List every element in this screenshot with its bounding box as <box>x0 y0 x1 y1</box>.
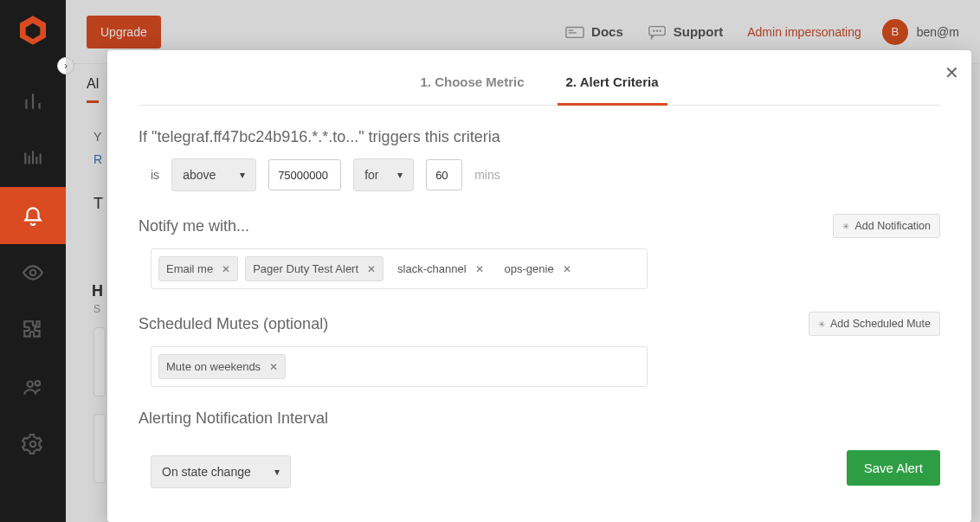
svg-point-11 <box>28 382 34 388</box>
close-icon[interactable]: ✕ <box>367 263 376 275</box>
notification-chip: ops-genie ✕ <box>498 256 578 281</box>
criteria-row: is above for mins <box>151 158 940 191</box>
left-sidebar <box>0 0 66 522</box>
step-alert-criteria[interactable]: 2. Alert Criteria <box>558 68 667 106</box>
mute-chip: Mute on weekends ✕ <box>158 354 286 379</box>
mutes-heading: Scheduled Mutes (optional) <box>139 315 328 333</box>
chip-label: ops-genie <box>505 262 554 275</box>
add-notification-button[interactable]: Add Notification <box>833 214 940 238</box>
nav-metrics-icon[interactable] <box>0 130 66 187</box>
app-logo <box>15 12 51 48</box>
mutes-container[interactable]: Mute on weekends ✕ <box>151 346 648 387</box>
nav-integrations-icon[interactable] <box>0 301 66 358</box>
close-icon[interactable]: ✕ <box>222 263 230 275</box>
close-icon[interactable]: ✕ <box>945 62 959 83</box>
chip-label: slack-channel <box>397 262 467 275</box>
for-label: for <box>364 168 378 182</box>
nav-team-icon[interactable] <box>0 358 66 416</box>
save-alert-button[interactable]: Save Alert <box>847 450 940 486</box>
notification-chip: Email me ✕ <box>158 256 238 281</box>
duration-input[interactable] <box>426 159 462 190</box>
criteria-heading: If "telegraf.ff47bc24b916.*.*.to..." tri… <box>139 128 940 146</box>
svg-point-13 <box>30 441 36 448</box>
mins-label: mins <box>474 168 500 182</box>
is-label: is <box>151 168 159 182</box>
notify-heading: Notify me with... <box>139 217 249 235</box>
comparator-value: above <box>183 168 216 182</box>
close-icon[interactable]: ✕ <box>563 263 571 275</box>
interval-heading: Alerting Notification Interval <box>139 409 940 428</box>
nav-charts-icon[interactable] <box>0 73 66 130</box>
svg-point-10 <box>30 270 36 276</box>
step-choose-metric[interactable]: 1. Choose Metric <box>411 68 532 105</box>
nav-watch-icon[interactable] <box>0 244 66 301</box>
nav-settings-icon[interactable] <box>0 416 66 473</box>
close-icon[interactable]: ✕ <box>269 361 278 373</box>
interval-value: On state change <box>162 465 251 479</box>
modal-steps: 1. Choose Metric 2. Alert Criteria <box>139 68 940 106</box>
alert-modal: ✕ 1. Choose Metric 2. Alert Criteria If … <box>107 50 971 522</box>
close-icon[interactable]: ✕ <box>475 263 484 275</box>
chip-label: Pager Duty Test Alert <box>253 262 358 275</box>
chip-label: Email me <box>166 262 213 275</box>
interval-select[interactable]: On state change <box>151 455 291 488</box>
for-select[interactable]: for <box>353 158 414 191</box>
notifications-container[interactable]: Email me ✕ Pager Duty Test Alert ✕ slack… <box>151 248 648 289</box>
svg-point-12 <box>35 381 40 385</box>
add-scheduled-mute-button[interactable]: Add Scheduled Mute <box>809 312 940 336</box>
nav-alerts-icon[interactable] <box>0 187 66 244</box>
comparator-select[interactable]: above <box>171 158 256 191</box>
threshold-input[interactable] <box>268 159 341 190</box>
notification-chip: Pager Duty Test Alert ✕ <box>245 256 384 281</box>
chip-label: Mute on weekends <box>166 360 261 373</box>
notification-chip: slack-channel ✕ <box>390 256 491 281</box>
